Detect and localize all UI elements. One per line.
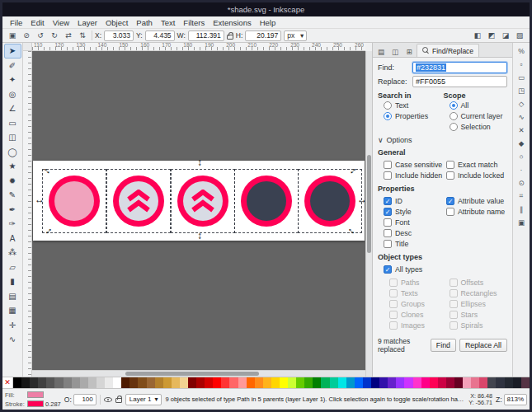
snap-bbox-corners[interactable]: ◳: [515, 84, 529, 96]
transform-corners-toggle[interactable]: ◩: [485, 30, 498, 41]
gradient-tool[interactable]: ▤: [4, 289, 21, 304]
palette-swatch[interactable]: [64, 377, 72, 388]
eraser-tool[interactable]: ▱: [4, 260, 21, 275]
snap-grid[interactable]: ⌗: [515, 190, 529, 202]
palette-swatch[interactable]: [205, 377, 213, 388]
palette-swatch[interactable]: [388, 377, 396, 388]
palette-swatch[interactable]: [13, 377, 21, 388]
flip-vertical-icon[interactable]: ⇅: [76, 30, 89, 41]
palette-swatch[interactable]: [505, 377, 513, 388]
snap-centers[interactable]: ⊙: [515, 176, 529, 189]
palette-swatch[interactable]: [38, 377, 46, 388]
menu-item-help[interactable]: Help: [256, 18, 280, 27]
node-editor-tool[interactable]: ✐: [4, 59, 21, 73]
menu-item-layer[interactable]: Layer: [73, 18, 101, 27]
snap-page[interactable]: ▣: [515, 216, 529, 228]
pen-tool[interactable]: ✒: [4, 203, 21, 218]
layer-selector[interactable]: Layer 1 ▾: [125, 394, 162, 405]
connector-tool[interactable]: ∿: [4, 332, 21, 347]
palette-swatch[interactable]: [446, 377, 454, 388]
check-exact-match[interactable]: Exact match: [446, 159, 507, 170]
palette-swatch[interactable]: [404, 377, 412, 388]
palette-swatch[interactable]: [180, 377, 188, 388]
check-spirals[interactable]: Spirals: [450, 320, 508, 330]
menu-item-path[interactable]: Path: [132, 18, 157, 27]
spray-tool[interactable]: ⁂: [4, 246, 21, 260]
check-rectangles[interactable]: Rectangles: [450, 288, 508, 298]
transform-pattern-toggle[interactable]: ▨: [513, 30, 526, 41]
calligraphy-tool[interactable]: ✑: [4, 217, 21, 232]
palette-swatch[interactable]: [30, 377, 38, 388]
circle-chevron-1[interactable]: [113, 176, 164, 227]
palette-swatch[interactable]: [263, 377, 271, 388]
palette-swatch[interactable]: [229, 377, 238, 388]
check-paths[interactable]: Paths: [389, 277, 448, 288]
check-attribute-value[interactable]: ✓Attribute value: [446, 195, 507, 206]
palette-swatch[interactable]: [163, 377, 172, 388]
menu-item-object[interactable]: Object: [101, 18, 132, 27]
check-style[interactable]: ✓Style: [384, 206, 445, 217]
check-stars[interactable]: Stars: [450, 309, 508, 320]
palette-swatch[interactable]: [396, 377, 404, 388]
check-include-locked[interactable]: Include locked: [446, 170, 507, 180]
dropper-tool[interactable]: ✛: [4, 318, 21, 333]
circle-dark-1[interactable]: [241, 176, 292, 227]
w-field[interactable]: 112.391: [188, 30, 224, 41]
snap-guides[interactable]: ∥: [515, 203, 529, 215]
selection-handle-bottom[interactable]: ↕: [197, 232, 202, 241]
palette-swatch[interactable]: [363, 377, 371, 388]
palette-swatch[interactable]: [247, 377, 255, 388]
v-scroll-thumb[interactable]: [367, 155, 371, 253]
palette-swatch[interactable]: [463, 377, 471, 388]
check-desc[interactable]: Desc: [384, 227, 445, 238]
box-3d-tool[interactable]: ◫: [4, 130, 21, 145]
text-tool[interactable]: A: [4, 232, 21, 246]
palette-swatch[interactable]: [496, 377, 504, 388]
palette-swatch[interactable]: [487, 377, 496, 388]
check-id[interactable]: ✓ID: [384, 195, 445, 206]
palette-swatch[interactable]: [304, 377, 313, 388]
palette-swatch[interactable]: [238, 377, 247, 388]
tab-find-replace[interactable]: Find/Replace: [417, 44, 479, 57]
palette-swatch[interactable]: [46, 377, 54, 388]
zoom-tool[interactable]: ◎: [4, 87, 21, 102]
palette-swatch[interactable]: [129, 377, 138, 388]
circle-chevron-2[interactable]: [177, 176, 228, 227]
palette-swatch[interactable]: [121, 377, 129, 388]
find-button[interactable]: Find: [431, 339, 456, 352]
find-input[interactable]: #232831: [412, 62, 507, 73]
palette-swatch[interactable]: [421, 377, 430, 388]
palette-swatch[interactable]: [255, 377, 263, 388]
palette-swatch[interactable]: [330, 377, 338, 388]
snap-bbox[interactable]: ▫: [515, 58, 529, 70]
snap-smooth-nodes[interactable]: ○: [515, 150, 529, 162]
options-expander[interactable]: ∨ Options: [378, 136, 507, 144]
selection-handle-right[interactable]: ↔: [357, 195, 365, 204]
stroke-swatch[interactable]: [27, 400, 44, 407]
zoom-field[interactable]: 813%: [504, 394, 527, 405]
check-title[interactable]: Title: [384, 238, 445, 249]
selection-handle-left[interactable]: ↔: [35, 195, 45, 204]
palette-swatch[interactable]: [288, 377, 296, 388]
rotate-ccw-icon[interactable]: ↺: [34, 30, 47, 41]
measure-tool[interactable]: ∠: [4, 101, 21, 116]
radio-text[interactable]: Text: [384, 100, 442, 110]
palette-swatch[interactable]: [80, 377, 88, 388]
palette-swatch[interactable]: [454, 377, 463, 388]
dialog-tab-3[interactable]: ⊞: [403, 45, 416, 57]
canvas[interactable]: ↔ ↔ ↕ ↕ ↔ ↔ ↔ ↔: [32, 51, 365, 370]
palette-swatch[interactable]: [438, 377, 446, 388]
palette-swatch[interactable]: [188, 377, 196, 388]
h-scroll-thumb[interactable]: [125, 372, 259, 376]
palette-swatch[interactable]: [355, 377, 363, 388]
palette-swatch[interactable]: [172, 377, 180, 388]
menu-item-view[interactable]: View: [49, 18, 73, 27]
palette-swatch[interactable]: [280, 377, 288, 388]
dialog-tab-2[interactable]: ◫: [388, 45, 402, 57]
no-color-swatch[interactable]: ✕: [2, 377, 13, 388]
h-field[interactable]: 20.197: [245, 30, 281, 41]
palette-swatch[interactable]: [105, 377, 113, 388]
paint-bucket-tool[interactable]: ▮: [4, 274, 21, 289]
palette-swatch[interactable]: [54, 377, 63, 388]
palette-swatch[interactable]: [296, 377, 304, 388]
